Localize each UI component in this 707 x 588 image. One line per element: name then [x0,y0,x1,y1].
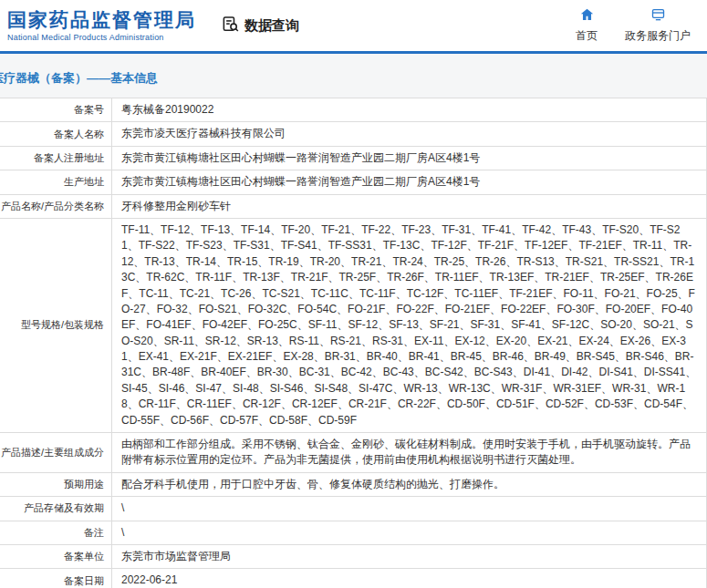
row-label: 备案单位 [0,544,112,568]
table-row: 产品存储及有效期\ [0,497,707,521]
data-query-label: 数据查询 [244,17,299,35]
row-label: 备案人注册地址 [0,146,112,170]
data-query-icon [222,15,239,36]
row-value: 东莞市黄江镇梅塘社区田心村蝴蝶一路誉润智造产业园二期厂房A区4楼1号 [112,146,707,170]
info-table: 备案号粤东械备20190022备案人名称东莞市凌天医疗器械科技有限公司备案人注册… [0,98,707,588]
table-row: 备案日期2022-06-21 [0,569,707,588]
nav-home[interactable]: 首页 [576,7,598,44]
row-value: 粤东械备20190022 [112,98,707,122]
page-title: 医疗器械（备案）——基本信息 [0,70,707,87]
row-label: 产品描述/主要组成成分 [0,433,112,473]
org-name-en: National Medical Products Administration [7,33,196,42]
nav-portal[interactable]: 政务服务门户 [625,7,691,44]
org-name-cn: 国家药品监督管理局 [7,9,196,30]
nmpa-logo[interactable]: 国家药品监督管理局 National Medical Products Admi… [7,9,196,41]
table-row: 备案号粤东械备20190022 [0,98,707,122]
row-value: 东莞市市场监督管理局 [112,544,707,568]
row-label: 型号规格/包装规格 [0,218,112,432]
row-value: 东莞市黄江镇梅塘社区田心村蝴蝶一路誉润智造产业园二期厂房A区4楼1号 [112,170,707,194]
row-value: \ [112,497,707,521]
table-row: 备案单位东莞市市场监督管理局 [0,544,707,568]
row-label: 备案日期 [0,569,112,588]
portal-icon [650,7,666,25]
nav-home-label: 首页 [576,28,598,44]
row-label: 备案人名称 [0,122,112,146]
row-label: 备案号 [0,98,112,122]
main-content: 医疗器械（备案）——基本信息 备案号粤东械备20190022备案人名称东莞市凌天… [0,54,707,588]
nav-data-query[interactable]: 数据查询 [222,15,299,36]
table-row: 产品描述/主要组成成分由柄部和工作部分组成。采用不锈钢、钛合金、金刚砂、碳化硅材… [0,433,707,473]
table-row: 备案人名称东莞市凌天医疗器械科技有限公司 [0,122,707,146]
nav-portal-label: 政务服务门户 [625,28,691,44]
row-label: 产品名称/产品分类名称 [0,194,112,218]
table-row: 预期用途配合牙科手机使用，用于口腔中牙齿、骨、修复体硬质结构的抛光、打磨操作。 [0,472,707,496]
table-row: 备注\ [0,521,707,544]
row-value: \ [112,521,707,544]
table-row: 型号规格/包装规格TF-11、TF-12、TF-13、TF-14、TF-20、T… [0,218,707,432]
row-value: 由柄部和工作部分组成。采用不锈钢、钛合金、金刚砂、碳化硅材料制成。使用时安装于手… [112,433,707,473]
row-label: 预期用途 [0,472,112,496]
row-value: 东莞市凌天医疗器械科技有限公司 [112,122,707,146]
row-value: 配合牙科手机使用，用于口腔中牙齿、骨、修复体硬质结构的抛光、打磨操作。 [112,472,707,496]
site-header: 国家药品监督管理局 National Medical Products Admi… [0,0,707,51]
table-row: 产品名称/产品分类名称牙科修整用金刚砂车针 [0,194,707,218]
table-row: 生产地址东莞市黄江镇梅塘社区田心村蝴蝶一路誉润智造产业园二期厂房A区4楼1号 [0,170,707,194]
row-label: 备注 [0,521,112,544]
row-value: TF-11、TF-12、TF-13、TF-14、TF-20、TF-21、TF-2… [112,218,707,432]
row-value: 牙科修整用金刚砂车针 [112,194,707,218]
header-nav: 首页 政务服务门户 [576,7,698,44]
home-icon [579,7,595,25]
table-row: 备案人注册地址东莞市黄江镇梅塘社区田心村蝴蝶一路誉润智造产业园二期厂房A区4楼1… [0,146,707,170]
row-label: 生产地址 [0,170,112,194]
row-value: 2022-06-21 [112,569,707,588]
row-label: 产品存储及有效期 [0,497,112,521]
